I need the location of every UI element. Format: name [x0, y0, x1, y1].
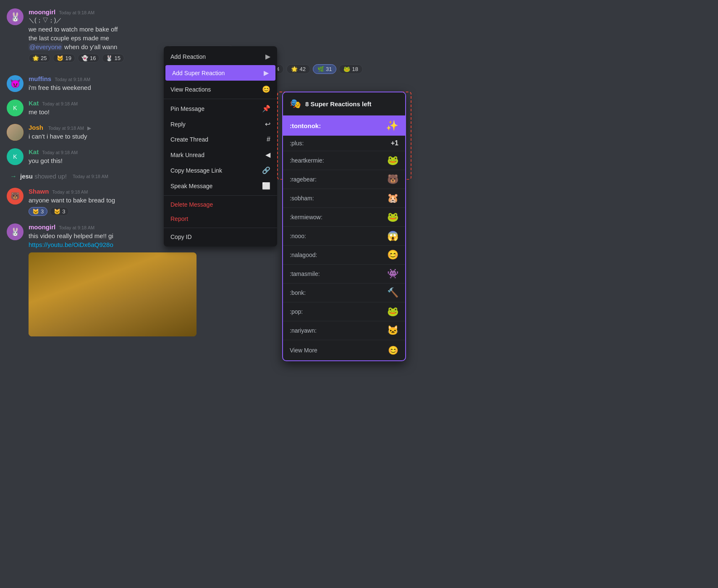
context-menu-add-super-reaction[interactable]: Add Super Reaction ▶ — [165, 65, 275, 81]
username-shawn: Shawn — [29, 188, 49, 195]
message-header-moongirl: moongirl Today at 9:18 AM — [29, 8, 275, 16]
reaction-shawn-emoji-1: 🐱 — [32, 208, 39, 215]
reply-icon: ↩ — [265, 120, 270, 128]
sr-item-nalagood-name: :nalagood: — [290, 252, 317, 258]
sr-item-heartkermie-emoji: 🐸 — [387, 155, 398, 166]
context-menu-copy-id-label: Copy ID — [170, 234, 192, 240]
sr-item-tamasmile-name: :tamasmile: — [290, 270, 320, 277]
avatar-josh — [7, 124, 24, 141]
other-reaction-42[interactable]: 🌟 42 — [286, 64, 310, 74]
mention-everyone[interactable]: @everyone — [29, 43, 63, 50]
timestamp-josh: Today at 9:18 AM — [48, 126, 84, 131]
context-menu-add-reaction[interactable]: Add Reaction ▶ — [164, 49, 277, 64]
sr-item-tamasmile[interactable]: :tamasmile: 👾 — [283, 265, 405, 284]
sr-selected-emoji: ✨ — [386, 120, 398, 131]
sr-item-nooo-name: :nooo: — [290, 233, 306, 239]
sr-item-nariyawn-name: :nariyawn: — [290, 327, 317, 334]
context-menu-create-thread[interactable]: Create Thread # — [164, 132, 277, 147]
reaction-count-1: 25 — [41, 55, 47, 61]
context-menu-divider-3 — [164, 228, 277, 228]
sr-item-ragebear-name: :ragebear: — [290, 176, 317, 183]
reaction-shawn-2[interactable]: 🐱 3 — [50, 207, 69, 216]
sr-item-pop-emoji: 🐸 — [387, 306, 398, 317]
sr-item-ragebear[interactable]: :ragebear: 🐻 — [283, 170, 405, 189]
or-emoji-31: 🌿 — [317, 66, 324, 72]
sr-item-kermiewow-emoji: 🐸 — [387, 212, 398, 223]
sr-item-nooo[interactable]: :nooo: 😱 — [283, 227, 405, 246]
reaction-emoji-3: 👻 — [81, 55, 88, 61]
context-menu-copy-id[interactable]: Copy ID — [164, 230, 277, 244]
context-menu-copy-message-link[interactable]: Copy Message Link 🔗 — [164, 163, 277, 178]
reaction-pill-4[interactable]: 🐰 15 — [102, 54, 124, 63]
sr-view-more[interactable]: View More 😊 — [283, 340, 405, 360]
sr-item-sobham[interactable]: :sobham: 🐹 — [283, 189, 405, 208]
sr-item-kermiewow[interactable]: :kermiewow: 🐸 — [283, 208, 405, 227]
context-menu-speak-message[interactable]: Speak Message ⬜ — [164, 178, 277, 194]
sr-item-nalagood[interactable]: :nalagood: 😊 — [283, 246, 405, 265]
context-menu-reply-label: Reply — [170, 121, 186, 128]
super-reactions-header: 🎭 8 Super Reactions left — [283, 92, 405, 116]
reaction-count-4: 15 — [114, 55, 120, 61]
pin-icon: 📌 — [262, 105, 270, 113]
sr-item-nariyawn-emoji: 🐱 — [387, 325, 398, 336]
context-menu-view-reactions[interactable]: View Reactions 😊 — [164, 81, 277, 97]
or-emoji-18: 🐸 — [343, 66, 350, 72]
sr-view-more-label: View More — [290, 347, 317, 354]
sr-item-bonk-name: :bonk: — [290, 289, 306, 296]
context-menu-delete-message[interactable]: Delete Message — [164, 197, 277, 212]
avatar-shawn: 🐻 — [7, 188, 24, 205]
system-message-text: jesu showed up! — [20, 173, 67, 180]
context-menu-mark-unread-label: Mark Unread — [170, 152, 204, 158]
reaction-count-2: 19 — [65, 55, 71, 61]
context-menu: Add Reaction ▶ Add Super Reaction ▶ View… — [164, 46, 277, 247]
speak-icon: ⬜ — [262, 182, 270, 190]
other-reaction-18[interactable]: 🐸 18 — [339, 64, 362, 74]
avatar-kat1: K — [7, 100, 24, 116]
sr-item-plus[interactable]: :plus: +1 — [283, 136, 405, 151]
or-count-18: 18 — [352, 66, 358, 72]
reaction-pill-1[interactable]: 🌟 25 — [29, 54, 50, 63]
or-count-31: 31 — [326, 66, 332, 72]
reaction-pill-2[interactable]: 🐱 19 — [53, 54, 75, 63]
or-count-42: 42 — [299, 66, 305, 72]
super-reactions-title: 8 Super Reactions left — [305, 100, 372, 108]
system-message-name: jesu — [20, 173, 33, 180]
reaction-pill-3[interactable]: 👻 16 — [78, 54, 100, 63]
sr-item-pop[interactable]: :pop: 🐸 — [283, 302, 405, 321]
context-menu-pin-message[interactable]: Pin Message 📌 — [164, 101, 277, 116]
reaction-shawn-1[interactable]: 🐱 3 — [29, 207, 47, 216]
context-menu-reply[interactable]: Reply ↩ — [164, 116, 277, 132]
context-menu-delete-message-label: Delete Message — [170, 201, 213, 208]
context-menu-add-reaction-arrow: ▶ — [265, 52, 270, 60]
timestamp-kat2: Today at 9:18 AM — [42, 150, 78, 155]
other-reaction-31[interactable]: 🌿 31 — [313, 64, 336, 74]
youtube-link[interactable]: https://youtu.be/OiDx6aQ928o — [29, 241, 113, 248]
context-menu-report[interactable]: Report — [164, 212, 277, 226]
sr-item-bonk[interactable]: :bonk: 🔨 — [283, 284, 405, 302]
context-menu-create-thread-label: Create Thread — [170, 136, 208, 143]
username-kat1: Kat — [29, 100, 39, 107]
sr-item-nariyawn[interactable]: :nariyawn: 🐱 — [283, 321, 405, 340]
sr-item-heartkermie[interactable]: :heartkermie: 🐸 — [283, 151, 405, 170]
username-moongirl2: moongirl — [29, 223, 55, 231]
avatar-moongirl: 🐰 — [7, 8, 24, 25]
context-menu-view-reactions-icon: 😊 — [262, 85, 270, 93]
system-timestamp: Today at 9:18 AM — [73, 174, 108, 179]
context-menu-add-reaction-label: Add Reaction — [170, 53, 206, 60]
sr-item-pop-name: :pop: — [290, 308, 303, 315]
message-text-kaomoji: ＼(；▽；)／ — [29, 16, 275, 25]
sr-item-kermiewow-name: :kermiewow: — [290, 214, 322, 220]
sr-selected-name: :tontonok: — [290, 122, 321, 129]
reaction-shawn-emoji-2: 🐱 — [54, 208, 60, 215]
avatar-moongirl2: 🐰 — [7, 223, 24, 240]
sr-item-ragebear-emoji: 🐻 — [387, 174, 398, 185]
context-menu-divider-1 — [164, 99, 277, 99]
context-menu-speak-message-label: Speak Message — [170, 183, 212, 189]
reaction-count-3: 16 — [90, 55, 96, 61]
sr-item-nooo-emoji: 😱 — [387, 231, 398, 242]
context-menu-mark-unread[interactable]: Mark Unread ◀ — [164, 147, 277, 163]
context-menu-add-super-reaction-label: Add Super Reaction — [172, 70, 225, 76]
sr-selected-tontonok[interactable]: :tontonok: ✨ — [283, 116, 405, 136]
sr-view-more-icon: 😊 — [388, 345, 398, 355]
video-thumbnail[interactable]: ▶ — [29, 252, 197, 336]
